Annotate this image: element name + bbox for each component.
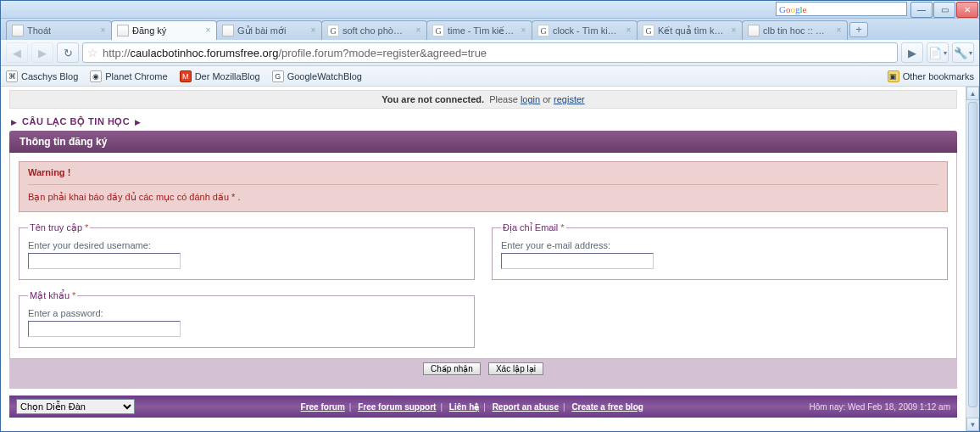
breadcrumb: ▶ CÂU LẠC BỘ TIN HỌC ▶ <box>9 111 957 131</box>
divider <box>28 184 938 185</box>
bookmark-label: GoogleWatchBlog <box>287 71 362 81</box>
close-tab-icon[interactable]: × <box>519 25 528 35</box>
reset-button[interactable]: Xác lập lại <box>488 362 543 375</box>
other-bookmarks-button[interactable]: ▣Other bookmarks <box>888 70 974 82</box>
footer-link[interactable]: Liên hệ <box>449 402 479 412</box>
username-fieldset: Tên truy cập * Enter your desired userna… <box>19 222 475 280</box>
window-titlebar: Google — ▭ ✕ <box>1 1 979 19</box>
favicon-icon: ⌘ <box>6 70 18 82</box>
breadcrumb-home[interactable]: CÂU LẠC BỘ TIN HỌC <box>22 116 130 127</box>
forum-jump-select[interactable]: Chọn Diễn Ðàn <box>16 399 135 414</box>
tab-item[interactable]: Gửi bài mới× <box>216 20 322 40</box>
page-icon <box>12 25 24 36</box>
bookmark-label: Caschys Blog <box>21 71 78 81</box>
footer-link[interactable]: Report an abuse <box>493 402 559 412</box>
username-legend: Tên truy cập * <box>28 222 90 233</box>
google-icon: G <box>643 25 654 36</box>
bookmark-label: Der MozillaBlog <box>195 71 260 81</box>
google-icon: G <box>537 25 549 36</box>
footer-link[interactable]: Free forum <box>301 402 345 412</box>
close-tab-icon[interactable]: × <box>414 25 423 35</box>
footer-link[interactable]: Create a free blog <box>571 402 643 412</box>
warning-message: Bạn phải khai báo đầy đủ các mục có đánh… <box>28 192 938 203</box>
triangle-icon: ▶ <box>11 118 17 126</box>
register-link[interactable]: register <box>554 94 585 104</box>
close-tab-icon[interactable]: × <box>624 25 633 35</box>
tab-label: time - Tìm kiế… <box>448 25 514 36</box>
footer-bar: Chọn Diễn Ðàn Free forum| Free forum sup… <box>9 396 957 418</box>
tab-item[interactable]: Gtime - Tìm kiế…× <box>426 20 532 40</box>
email-fieldset: Địa chỉ Email * Enter your e-mail addres… <box>492 222 948 280</box>
tab-label: Gửi bài mới <box>237 25 286 36</box>
section-header: Thông tin đăng ký <box>9 131 957 153</box>
email-legend: Địa chỉ Email * <box>501 222 566 233</box>
footer-date: Hôm nay: Wed Feb 18, 2009 1:12 am <box>809 402 950 412</box>
maximize-button[interactable]: ▭ <box>933 2 955 18</box>
address-bar[interactable]: ☆ http://caulacbotinhoc.forumsfree.org/p… <box>82 42 898 63</box>
tab-label: Đăng ký <box>132 25 166 36</box>
scroll-down-button[interactable]: ▼ <box>966 418 979 431</box>
page-icon <box>748 25 760 36</box>
browser-search-box[interactable]: Google <box>776 2 907 16</box>
tab-item[interactable]: Gsoft cho phò…× <box>321 20 427 40</box>
tab-item-active[interactable]: Đăng ký× <box>111 20 217 40</box>
forward-button[interactable]: ▶ <box>31 42 53 63</box>
bookmarks-bar: ⌘Caschys Blog ◉Planet Chrome MDer Mozill… <box>1 66 979 87</box>
favicon-icon: ◉ <box>90 70 102 82</box>
tab-label: Thoát <box>27 25 51 36</box>
minimize-button[interactable]: — <box>910 2 933 18</box>
password-input[interactable] <box>28 321 181 337</box>
close-tab-icon[interactable]: × <box>834 25 844 35</box>
bookmark-star-icon[interactable]: ☆ <box>87 46 98 59</box>
back-button[interactable]: ◀ <box>6 42 28 63</box>
google-icon: G <box>432 25 444 36</box>
close-window-button[interactable]: ✕ <box>956 2 978 18</box>
page-icon <box>222 25 234 36</box>
email-input[interactable] <box>501 253 654 269</box>
tab-item[interactable]: Thoát× <box>6 20 112 40</box>
reload-button[interactable]: ↻ <box>57 42 79 63</box>
scrollbar-thumb[interactable] <box>968 102 977 407</box>
page-menu-button[interactable]: 📄▾ <box>927 42 949 63</box>
browser-window: Google — ▭ ✕ Thoát× Đăng ký× Gửi bài mới… <box>0 0 980 432</box>
warning-box: Warning ! Bạn phải khai báo đầy đủ các m… <box>19 161 948 212</box>
close-tab-icon[interactable]: × <box>203 25 213 35</box>
login-link[interactable]: login <box>521 94 540 104</box>
scroll-up-button[interactable]: ▲ <box>966 87 979 100</box>
password-hint: Enter a password: <box>28 308 465 318</box>
email-hint: Enter your e-mail address: <box>501 240 938 250</box>
new-tab-button[interactable]: + <box>849 22 868 37</box>
close-tab-icon[interactable]: × <box>98 25 108 35</box>
footer-link[interactable]: Free forum support <box>358 402 436 412</box>
wrench-menu-button[interactable]: 🔧▾ <box>952 42 974 63</box>
username-hint: Enter your desired username: <box>28 240 465 250</box>
folder-icon: ▣ <box>888 70 899 82</box>
section-body: Warning ! Bạn phải khai báo đầy đủ các m… <box>9 153 957 359</box>
bookmark-item[interactable]: ⌘Caschys Blog <box>6 70 78 82</box>
button-row: Chấp nhận Xác lập lại <box>9 359 957 379</box>
spacer <box>9 379 957 389</box>
close-tab-icon[interactable]: × <box>729 25 738 35</box>
submit-button[interactable]: Chấp nhận <box>423 362 481 375</box>
other-bookmarks-label: Other bookmarks <box>903 71 974 81</box>
tab-item[interactable]: GKết quả tìm k…× <box>637 20 743 40</box>
bookmark-item[interactable]: MDer MozillaBlog <box>180 70 260 82</box>
tab-label: clock - Tìm ki… <box>553 25 617 36</box>
bookmark-label: Planet Chrome <box>105 71 167 81</box>
password-fieldset: Mật khẩu * Enter a password: <box>19 290 475 348</box>
page-viewport: ▲ ▼ You are not connected. Please login … <box>1 87 979 431</box>
password-legend: Mật khẩu * <box>28 290 77 301</box>
close-tab-icon[interactable]: × <box>309 25 318 35</box>
bookmark-item[interactable]: GGoogleWatchBlog <box>272 70 362 82</box>
tab-label: soft cho phò… <box>342 25 403 36</box>
tab-label: clb tin hoc :: … <box>763 25 825 36</box>
favicon-icon: M <box>180 70 192 82</box>
bookmark-item[interactable]: ◉Planet Chrome <box>90 70 167 82</box>
google-icon: G <box>327 25 339 36</box>
username-input[interactable] <box>28 253 181 269</box>
go-button[interactable]: ▶ <box>901 42 923 63</box>
tab-label: Kết quả tìm k… <box>658 25 724 36</box>
vertical-scrollbar[interactable]: ▲ ▼ <box>966 87 979 431</box>
tab-item[interactable]: Gclock - Tìm ki…× <box>532 20 638 40</box>
tab-item[interactable]: clb tin hoc :: …× <box>742 20 848 40</box>
